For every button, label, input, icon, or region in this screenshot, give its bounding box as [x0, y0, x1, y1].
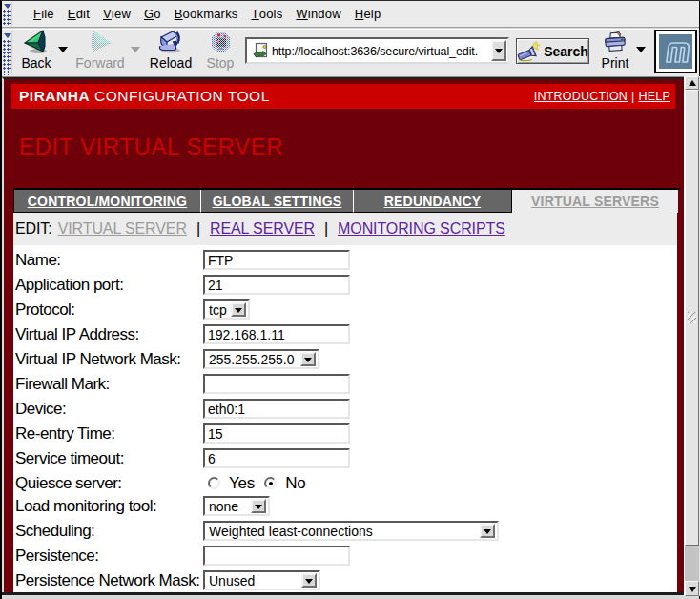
menu-window[interactable]: Window	[289, 1, 347, 27]
toolbar-grippy-icon[interactable]	[3, 31, 12, 75]
thumb-grip-icon	[688, 312, 696, 323]
piranha-banner: PIRANHA CONFIGURATION TOOL INTRODUCTION …	[11, 84, 675, 109]
selected-value: tcp	[205, 302, 229, 318]
field-label: Quiesce server:	[15, 473, 203, 493]
subnav-link-monitoring-scripts[interactable]: MONITORING SCRIPTS	[338, 220, 505, 238]
form-row: Service timeout:6	[15, 448, 677, 473]
quiesce-server-radio-group: YesNo	[208, 473, 315, 493]
tab-global-settings[interactable]: GLOBAL SETTINGS	[201, 190, 354, 213]
radio-label-yes: Yes	[229, 474, 255, 493]
url-bar[interactable]: http://localhost:3636/secure/virtual_edi…	[245, 37, 509, 64]
tab-redundancy[interactable]: REDUNDANCY	[354, 190, 512, 213]
url-dropdown-icon[interactable]	[491, 40, 506, 61]
name-input[interactable]: FTP	[203, 250, 350, 270]
field-label: Service timeout:	[15, 448, 203, 468]
menu-edit[interactable]: Edit	[61, 1, 96, 27]
print-dropdown-icon[interactable]	[635, 46, 647, 53]
back-dropdown-icon[interactable]	[57, 46, 69, 53]
subnav-bar: EDIT: VIRTUAL SERVER|REAL SERVER|MONITOR…	[13, 213, 677, 245]
form-row: Virtual IP Address:192.168.1.11	[15, 324, 677, 349]
scroll-up-icon[interactable]	[685, 76, 699, 90]
persistence-network-mask-select[interactable]: Unused	[203, 570, 320, 590]
subnav-prefix: EDIT:	[15, 220, 52, 238]
forward-dropdown-icon[interactable]	[130, 46, 141, 53]
back-label: Back	[21, 55, 51, 71]
virtual-ip-address-input[interactable]: 192.168.1.11	[203, 324, 350, 344]
tab-control-monitoring[interactable]: CONTROL/MONITORING	[13, 190, 201, 213]
dropdown-arrow-icon[interactable]	[300, 352, 316, 366]
field-label: Application port:	[15, 275, 203, 295]
form-row: Application port:21	[15, 275, 677, 300]
back-icon	[22, 31, 51, 54]
reload-button[interactable]: Reload	[148, 31, 194, 74]
stop-label: Stop	[207, 55, 235, 71]
field-label: Virtual IP Address:	[15, 324, 203, 344]
subnav-link-real-server[interactable]: REAL SERVER	[210, 220, 315, 238]
form-row: Firewall Mark:	[15, 374, 677, 399]
mozilla-logo[interactable]	[654, 30, 697, 73]
persistence-input[interactable]	[203, 546, 350, 566]
introduction-link[interactable]: INTRODUCTION	[534, 90, 628, 103]
application-port-input[interactable]: 21	[203, 275, 350, 295]
selected-value: Weighted least-connections	[205, 524, 478, 539]
scheduling-select[interactable]: Weighted least-connections	[203, 521, 499, 541]
search-label: Search	[544, 44, 588, 59]
dropdown-arrow-icon[interactable]	[480, 524, 495, 538]
form-row: Load monitoring tool:none	[15, 496, 677, 521]
field-label: Protocol:	[15, 300, 203, 320]
print-button[interactable]: Print	[596, 31, 634, 74]
field-label: Re-entry Time:	[15, 423, 203, 444]
navigation-toolbar: Back	[2, 29, 699, 77]
url-text[interactable]: http://localhost:3636/secure/virtual_edi…	[272, 44, 490, 58]
menu-help[interactable]: Help	[348, 1, 388, 27]
menu-view[interactable]: View	[96, 1, 137, 27]
virtual-ip-network-mask-select[interactable]: 255.255.255.0	[203, 349, 319, 369]
radio-yes[interactable]	[208, 477, 220, 489]
field-label: Firewall Mark:	[15, 374, 203, 394]
service-timeout-input[interactable]: 6	[203, 448, 350, 468]
virtual-server-form: Name:FTPApplication port:21Protocol:tcpV…	[13, 245, 677, 593]
page-title: EDIT VIRTUAL SERVER	[19, 134, 283, 160]
re-entry-time-input[interactable]: 15	[203, 423, 350, 444]
load-monitoring-tool-select[interactable]: none	[203, 496, 270, 516]
forward-button[interactable]: Forward	[74, 31, 126, 74]
help-link[interactable]: HELP	[639, 90, 670, 103]
form-row: Persistence:	[15, 546, 677, 570]
form-row: Virtual IP Network Mask:255.255.255.0	[15, 349, 677, 374]
radio-label-no: No	[285, 474, 305, 493]
field-label: Name:	[15, 250, 203, 270]
device-input[interactable]: eth0:1	[203, 399, 350, 419]
form-row: Quiesce server:YesNo	[15, 473, 677, 496]
form-row: Re-entry Time:15	[15, 423, 677, 448]
stop-icon	[210, 31, 232, 54]
forward-label: Forward	[75, 55, 124, 71]
menu-tools[interactable]: Tools	[245, 1, 290, 27]
firewall-mark-input[interactable]	[203, 374, 350, 394]
search-button[interactable]: Search	[516, 38, 589, 64]
menu-bookmarks[interactable]: Bookmarks	[168, 1, 245, 27]
subnav-separator: |	[196, 220, 200, 238]
dropdown-arrow-icon[interactable]	[251, 499, 266, 513]
dropdown-arrow-icon[interactable]	[231, 302, 246, 317]
vertical-scrollbar[interactable]	[684, 76, 700, 596]
selected-value: none	[205, 499, 249, 514]
menu-file[interactable]: File	[27, 1, 61, 27]
back-button[interactable]: Back	[16, 31, 56, 74]
tab-virtual-servers[interactable]: VIRTUAL SERVERS	[512, 190, 678, 213]
scrollbar-thumb[interactable]	[685, 90, 699, 546]
radio-no-checked[interactable]	[264, 477, 277, 489]
field-label: Scheduling:	[15, 521, 203, 541]
field-label: Virtual IP Network Mask:	[15, 349, 203, 369]
menu-go[interactable]: Go	[137, 1, 168, 27]
menu-bar: FileEditViewGoBookmarksToolsWindowHelp	[2, 1, 699, 28]
field-label: Persistence Network Mask:	[15, 570, 203, 590]
stop-button[interactable]: Stop	[202, 31, 238, 74]
subnav-link-virtual-server[interactable]: VIRTUAL SERVER	[58, 220, 187, 238]
protocol-select[interactable]: tcp	[203, 300, 250, 320]
scroll-down-icon[interactable]	[685, 581, 699, 596]
print-icon	[602, 31, 628, 54]
field-label: Load monitoring tool:	[15, 496, 203, 516]
dropdown-arrow-icon[interactable]	[301, 573, 317, 588]
menubar-grippy-icon[interactable]	[3, 2, 12, 26]
subnav-separator: |	[324, 220, 328, 238]
